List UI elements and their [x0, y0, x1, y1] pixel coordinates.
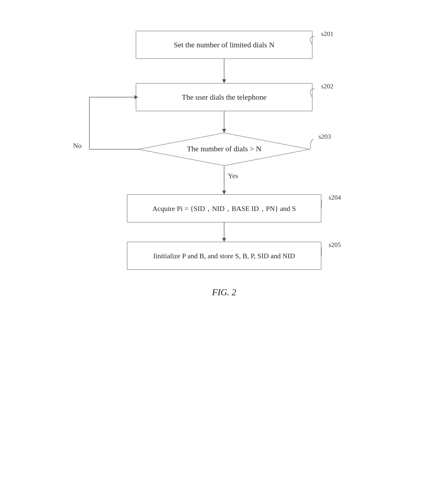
svg-text:s201: s201	[321, 30, 333, 38]
svg-marker-10	[139, 133, 310, 166]
svg-rect-0	[136, 31, 312, 59]
svg-marker-20	[134, 95, 138, 99]
diagram-container: Set the number of limited dials N s201 T…	[48, 12, 400, 465]
svg-marker-4	[222, 79, 226, 83]
svg-text:s203: s203	[319, 133, 331, 140]
svg-text:No: No	[73, 142, 82, 150]
svg-text:Yes: Yes	[228, 172, 238, 180]
svg-text:FIG. 2: FIG. 2	[212, 287, 236, 297]
svg-text:The user dials the telephone: The user dials the telephone	[182, 93, 266, 101]
svg-text:The number of dials > N: The number of dials > N	[187, 144, 261, 153]
svg-text:s205: s205	[329, 241, 341, 248]
svg-marker-25	[222, 238, 226, 242]
svg-text:Acquire Pi = {SID，NID，BASE ID，: Acquire Pi = {SID，NID，BASE ID，PN} and S	[152, 205, 296, 212]
svg-text:s202: s202	[321, 83, 333, 90]
svg-rect-26	[127, 242, 321, 270]
svg-rect-21	[127, 195, 321, 222]
svg-marker-9	[222, 129, 226, 133]
svg-text:s204: s204	[329, 194, 341, 201]
svg-text:Iinitialize P and B, and store: Iinitialize P and B, and store S, B, P, …	[153, 252, 295, 260]
svg-rect-5	[136, 83, 312, 111]
svg-marker-15	[222, 191, 226, 195]
svg-text:Set the number of limited dial: Set the number of limited dials N	[174, 41, 274, 49]
